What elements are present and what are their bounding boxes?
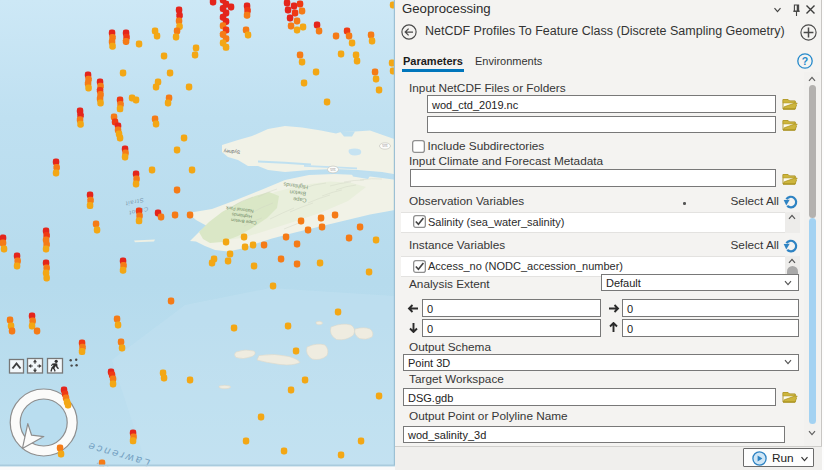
svg-text:?: ? [802, 55, 808, 67]
svg-text:Sydney: Sydney [223, 149, 241, 156]
svg-text:105: 105 [330, 167, 336, 171]
svg-text:105: 105 [382, 143, 388, 147]
